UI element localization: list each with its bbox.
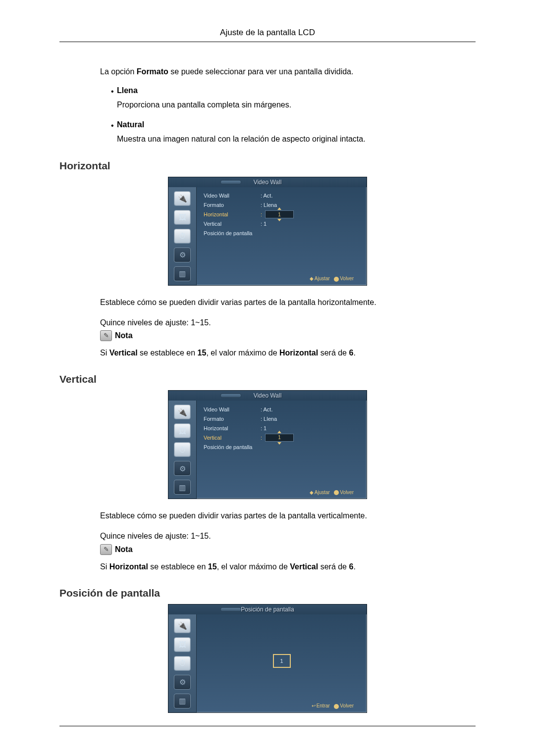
osd-sidebar: 🔌 🖼 ⏱ ⚙ ▥ (168, 187, 197, 285)
osd-value: : 1 (261, 221, 267, 227)
osd-vertical: Video Wall 🔌 🖼 ⏱ ⚙ ▥ Video Wall : Act. (168, 390, 367, 499)
osd-value: : Act. (261, 193, 272, 199)
input-icon[interactable]: 🔌 (174, 191, 191, 206)
intro-bold: Formato (137, 67, 168, 76)
return-label: Volver (340, 490, 354, 495)
osd-label: Formato (204, 202, 261, 208)
osd-row-horizontal[interactable]: Horizontal : 1 (204, 210, 360, 219)
t: Horizontal (279, 349, 318, 357)
spinner-value: 1 (278, 435, 281, 440)
osd-title: Video Wall (168, 177, 367, 187)
osd-label: Posición de pantalla (204, 230, 261, 236)
multi-icon[interactable]: ▥ (174, 266, 191, 281)
note-icon: ✎ (100, 544, 112, 555)
vertical-desc: Establece cómo se pueden dividir varias … (100, 510, 476, 521)
return-label: Volver (340, 276, 354, 281)
heading-vertical: Vertical (59, 373, 476, 385)
osd-label: Formato (204, 416, 261, 422)
osd-row-videowall[interactable]: Video Wall : Act. (204, 191, 360, 201)
osd-row-vertical[interactable]: Vertical : 1 (204, 219, 360, 229)
timer-icon[interactable]: ⏱ (174, 229, 191, 244)
footer-rule (59, 726, 476, 726)
osd-row-posicion[interactable]: Posición de pantalla (204, 442, 360, 452)
osd-row-horizontal[interactable]: Horizontal : 1 (204, 423, 360, 433)
return-icon (334, 490, 339, 495)
adjust-label: Ajustar (315, 276, 330, 281)
t: Vertical (109, 349, 138, 357)
intro-pre: La opción (100, 67, 137, 76)
note-label: Nota (115, 545, 133, 554)
intro-paragraph: La opción Formato se puede seleccionar p… (100, 66, 476, 77)
picture-icon[interactable]: 🖼 (174, 423, 191, 438)
t: será de (318, 562, 349, 571)
t: , el valor máximo de (206, 349, 279, 357)
bullet-natural-label: Natural (117, 120, 144, 129)
osd-value: : 1 (261, 434, 294, 442)
return-icon (334, 704, 339, 709)
osd-row-videowall[interactable]: Video Wall : Act. (204, 404, 360, 414)
osd-footer: ◆Ajustar Volver (204, 276, 360, 283)
bullet-natural: • Natural (111, 120, 476, 130)
bullet-dot-icon: • (111, 87, 117, 96)
osd-value: : 1 (261, 210, 294, 218)
osd-footer: ◆Ajustar Volver (204, 490, 360, 497)
multi-icon[interactable]: ▥ (174, 480, 191, 495)
t: . (353, 562, 355, 571)
osd-row-posicion[interactable]: Posición de pantalla (204, 229, 360, 238)
osd-value: : Llena (261, 416, 277, 422)
timer-icon[interactable]: ⏱ (174, 442, 191, 457)
timer-icon[interactable]: ⏱ (174, 656, 191, 671)
t: . (353, 349, 355, 357)
note-horizontal: ✎ Nota (100, 330, 476, 341)
bullet-natural-desc: Muestra una imagen natural con la relaci… (117, 133, 476, 145)
input-icon[interactable]: 🔌 (174, 404, 191, 419)
bullet-dot-icon: • (111, 121, 117, 130)
t: Si (100, 349, 109, 357)
adjust-icon: ◆ (310, 276, 314, 281)
osd-label: Horizontal (204, 425, 261, 431)
note-label: Nota (115, 331, 133, 340)
osd-label: Vertical (204, 435, 261, 441)
t: Horizontal (109, 562, 148, 571)
picture-icon[interactable]: 🖼 (174, 637, 191, 652)
horizontal-note-text: Si Vertical se establece en 15, el valor… (100, 347, 476, 358)
osd-row-formato[interactable]: Formato : Llena (204, 414, 360, 423)
enter-label: Entrar (317, 703, 330, 708)
horizontal-desc: Establece cómo se pueden dividir varias … (100, 297, 476, 308)
return-label: Volver (340, 703, 354, 708)
spinner-value: 1 (278, 212, 281, 217)
spinner-control[interactable]: 1 (265, 210, 294, 218)
multi-icon[interactable]: ▥ (174, 694, 191, 708)
osd-label: Video Wall (204, 406, 261, 412)
t: 15 (198, 349, 207, 357)
osd-row-formato[interactable]: Formato : Llena (204, 201, 360, 210)
position-cell[interactable]: 1 (273, 654, 291, 668)
t: 15 (208, 562, 217, 571)
setup-icon[interactable]: ⚙ (174, 675, 191, 690)
adjust-label: Ajustar (315, 490, 330, 495)
osd-label: Vertical (204, 221, 261, 227)
osd-label: Horizontal (204, 211, 261, 217)
setup-icon[interactable]: ⚙ (174, 248, 191, 262)
osd-value: : Act. (261, 406, 272, 412)
osd-sidebar: 🔌 🖼 ⏱ ⚙ ▥ (168, 614, 197, 712)
return-icon (334, 277, 339, 282)
bullet-llena-label: Llena (117, 86, 138, 95)
t: se establece en (148, 562, 208, 571)
input-icon[interactable]: 🔌 (174, 618, 191, 633)
heading-position: Posición de pantalla (59, 587, 476, 599)
spinner-control[interactable]: 1 (265, 434, 294, 442)
osd-row-vertical[interactable]: Vertical : 1 (204, 433, 360, 442)
setup-icon[interactable]: ⚙ (174, 461, 191, 476)
osd-title: Video Wall (168, 391, 367, 401)
t: Si (100, 562, 109, 571)
osd-value: : 1 (261, 425, 267, 431)
osd-sidebar: 🔌 🖼 ⏱ ⚙ ▥ (168, 401, 197, 499)
picture-icon[interactable]: 🖼 (174, 210, 191, 225)
osd-value: : Llena (261, 202, 277, 208)
page-header: Ajuste de la pantalla LCD (59, 28, 476, 42)
osd-horizontal: Video Wall 🔌 🖼 ⏱ ⚙ ▥ Video Wall : Act. (168, 177, 367, 286)
heading-horizontal: Horizontal (59, 160, 476, 172)
adjust-icon: ◆ (310, 490, 314, 495)
t: Vertical (290, 562, 318, 571)
